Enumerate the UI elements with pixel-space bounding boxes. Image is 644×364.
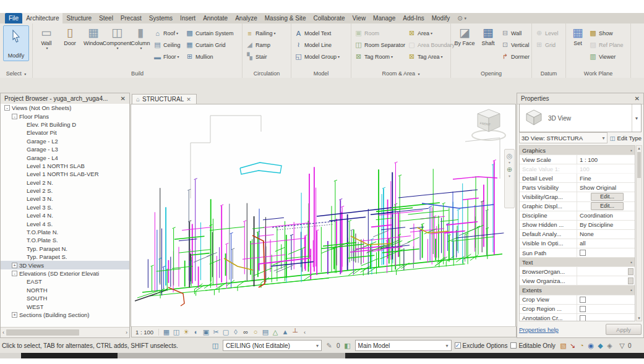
ribbon-display-toggle-arrow[interactable]: ▾ xyxy=(465,16,467,21)
view-control-icon[interactable]: ▲ xyxy=(280,328,290,336)
property-row[interactable]: Visible In Opti... all xyxy=(520,239,635,248)
checkbox[interactable] xyxy=(580,250,586,256)
edit-type-button[interactable]: ◫ Edit Type xyxy=(610,135,642,142)
tree-item[interactable]: Elev. Pit Building D xyxy=(1,121,129,129)
ribbon-button[interactable]: ▦ Shaft xyxy=(476,25,500,46)
view-control-icon[interactable]: ◫ xyxy=(171,328,181,336)
selection-toggle-icon[interactable]: ◈ xyxy=(605,342,614,350)
tree-item[interactable]: Level 2 N. xyxy=(1,179,129,187)
ribbon-button[interactable]: ▩ Show xyxy=(588,27,626,39)
scroll-right-icon[interactable]: › xyxy=(124,329,129,336)
ribbon-button[interactable]: ▨ Ref Plane xyxy=(588,39,626,51)
ribbon-button[interactable]: ▯ Door xyxy=(58,25,82,50)
ribbon-tab[interactable]: Structure xyxy=(62,13,95,23)
ribbon-button[interactable]: ▩ Curtain System xyxy=(184,27,238,39)
tree-expander-icon[interactable]: - xyxy=(12,114,17,119)
tree-expander-icon[interactable]: + xyxy=(12,312,17,318)
scroll-up-icon[interactable]: ▴ xyxy=(638,146,640,151)
filter-icon[interactable]: ▽ xyxy=(617,342,627,350)
tree-item[interactable]: Typ. Parapet N. xyxy=(1,245,129,253)
tree-item[interactable]: Level 1 NORTH SLAB xyxy=(1,162,129,170)
ribbon-button[interactable]: ≀ Model Line xyxy=(293,39,341,51)
tree-item[interactable]: Elevator Pit xyxy=(1,129,129,137)
view-tab-structural[interactable]: ⌂ STRUCTURAL ✕ xyxy=(132,94,197,104)
view-control-icon[interactable]: △ xyxy=(270,328,280,336)
ribbon-tab[interactable]: Massing & Site xyxy=(261,13,310,23)
property-row[interactable]: Graphic Displ... Edit... xyxy=(520,202,635,211)
tree-item[interactable]: SOUTH xyxy=(1,294,129,302)
ribbon-tab[interactable]: Add-Ins xyxy=(399,13,427,23)
ribbon-tab[interactable]: Annotate xyxy=(199,13,231,23)
tree-item[interactable]: + Sections (Building Section) xyxy=(1,311,129,319)
tree-item[interactable]: Level 4 N. xyxy=(1,211,129,219)
type-selector[interactable]: 3D View ▾ xyxy=(519,104,642,132)
tree-item[interactable]: Garage - L3 xyxy=(1,145,129,153)
scroll-left-icon[interactable]: ‹ xyxy=(1,329,6,336)
ribbon-button[interactable]: ▤ Ceiling xyxy=(152,39,184,51)
model-canvas[interactable]: FRONT ◎ ▾ ⊕ ▾ 1 : 100 ▦ ◫ xyxy=(131,104,516,327)
property-row[interactable]: Extents ▪ xyxy=(520,286,635,295)
ribbon-button[interactable]: ▬ Floor ▾ xyxy=(152,51,184,62)
ribbon-button[interactable]: ⊞ Mullion xyxy=(184,51,238,62)
dropdown-arrow-icon[interactable]: ▾ xyxy=(509,161,510,164)
scroll-down-icon[interactable]: ▾ xyxy=(638,316,640,321)
property-row[interactable]: Discipline Coordination xyxy=(520,211,635,221)
property-row[interactable]: Text ▪ xyxy=(520,258,635,267)
tree-item[interactable]: WEST xyxy=(1,302,129,310)
section-pin-icon[interactable]: ▪ xyxy=(630,148,635,153)
chevron-down-icon[interactable]: ▾ xyxy=(632,104,641,132)
value-mini-button[interactable] xyxy=(628,277,633,284)
view-control-icon[interactable]: ✂ xyxy=(211,328,221,336)
viewcube[interactable]: FRONT xyxy=(468,106,509,144)
tree-expander-icon[interactable]: - xyxy=(4,105,10,111)
ribbon-tab[interactable]: Steel xyxy=(95,13,117,23)
section-pin-icon[interactable]: ▪ xyxy=(630,260,635,265)
selection-toggle-icon[interactable]: ◔ xyxy=(577,342,586,350)
ribbon-tab[interactable]: Precast xyxy=(117,13,145,23)
property-row[interactable]: Annotation Cr... xyxy=(520,314,635,321)
ribbon-button[interactable]: ▦ Window xyxy=(82,25,105,50)
view-control-icon[interactable]: ∞ xyxy=(241,328,251,336)
worksets-icon[interactable]: ◫ xyxy=(211,342,220,350)
ribbon-tab[interactable]: File xyxy=(5,13,22,23)
ribbon-button[interactable]: ⊕ Level xyxy=(534,27,560,39)
tree-item[interactable]: Level 3 N. xyxy=(1,195,129,203)
instance-selector[interactable]: 3D View: STRUCTURA ▾ xyxy=(519,132,608,143)
close-icon[interactable]: ✕ xyxy=(186,96,191,103)
zoom-icon[interactable]: ⊕ xyxy=(507,166,512,174)
selection-toggle-icon[interactable]: ▧ xyxy=(559,342,568,350)
ribbon-button[interactable]: ◫ Component ▾ xyxy=(105,25,129,50)
tree-item[interactable]: EAST xyxy=(1,277,129,286)
ribbon-tab[interactable]: Modify xyxy=(428,13,453,23)
edit-button[interactable]: Edit... xyxy=(591,193,624,201)
property-row[interactable]: Scale Value 1: 100 xyxy=(520,164,635,174)
close-icon[interactable]: ✕ xyxy=(119,95,127,102)
checkbox[interactable] xyxy=(510,342,517,349)
3d-model-wireframe[interactable] xyxy=(131,104,515,326)
view-control-icon[interactable]: ◐ xyxy=(191,328,201,336)
modify-button[interactable]: Modify xyxy=(3,25,29,61)
design-options-icon[interactable]: ◧ xyxy=(343,342,352,350)
tree-item[interactable]: - Elevations (SD Exterior Elevati xyxy=(1,269,129,277)
property-row[interactable]: Show Hidden ... By Discipline xyxy=(520,221,635,230)
ribbon-button[interactable]: ⊡ Vertical xyxy=(500,39,531,51)
ribbon-button[interactable]: ⊠ Tag Area ▾ xyxy=(406,51,450,62)
view-control-icon[interactable]: ▦ xyxy=(161,328,171,336)
view-control-icon[interactable]: ▢ xyxy=(221,328,231,336)
scrollbar-thumb[interactable] xyxy=(637,152,641,178)
property-row[interactable]: Parts Visibility Show Original xyxy=(520,183,635,192)
scrollbar-thumb[interactable] xyxy=(6,329,79,336)
vertical-scrollbar[interactable]: ▴ ▾ xyxy=(636,145,642,321)
tree-item[interactable]: Garage - L2 xyxy=(1,137,129,145)
group-label-select[interactable]: Select ▾ xyxy=(0,70,32,78)
view-control-icon[interactable]: ▤ xyxy=(260,328,270,336)
horizontal-scrollbar[interactable]: ‹ › xyxy=(1,327,129,337)
group-label-room-area[interactable]: Room & Area ▾ xyxy=(351,70,450,78)
ribbon-button[interactable]: ▚ Stair xyxy=(244,51,277,62)
ribbon-button[interactable]: ◪ By Face xyxy=(453,25,476,46)
checkbox[interactable] xyxy=(580,306,586,312)
view-scale-control[interactable]: 1 : 100 xyxy=(132,329,159,336)
editable-only-icon[interactable]: ✎ xyxy=(325,342,333,350)
ribbon-button[interactable]: ▦ Curtain Grid xyxy=(184,39,238,51)
dropdown-arrow-icon[interactable]: ▾ xyxy=(509,175,510,178)
